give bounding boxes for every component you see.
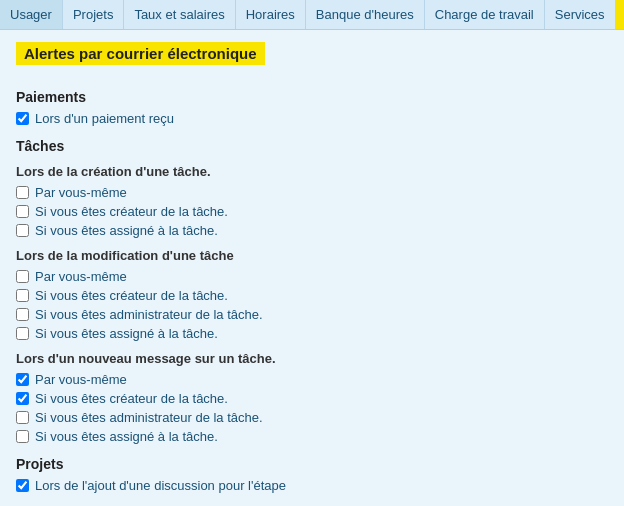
subsection-title-message-tache: Lors d'un nouveau message sur un tâche. bbox=[16, 351, 608, 366]
checkbox-creation-createur[interactable] bbox=[16, 205, 29, 218]
checkbox-msg-assigne[interactable] bbox=[16, 430, 29, 443]
sections-container: PaiementsLors d'un paiement reçuTâchesLo… bbox=[16, 89, 608, 493]
nav-item-horaires[interactable]: Horaires bbox=[236, 0, 306, 29]
checkbox-label-msg-assigne[interactable]: Si vous êtes assigné à la tâche. bbox=[35, 429, 218, 444]
checkbox-creation-assigne[interactable] bbox=[16, 224, 29, 237]
nav-item-notifications[interactable]: Notifications bbox=[616, 0, 624, 29]
checkbox-row-creation-par-vous: Par vous-même bbox=[16, 185, 608, 200]
subsection-title-creation-tache: Lors de la création d'une tâche. bbox=[16, 164, 608, 179]
section-title-taches: Tâches bbox=[16, 138, 608, 154]
section-taches: TâchesLors de la création d'une tâche.Pa… bbox=[16, 138, 608, 444]
checkbox-modif-admin[interactable] bbox=[16, 308, 29, 321]
checkbox-msg-par-vous[interactable] bbox=[16, 373, 29, 386]
checkbox-label-creation-par-vous[interactable]: Par vous-même bbox=[35, 185, 127, 200]
checkbox-label-creation-createur[interactable]: Si vous êtes créateur de la tâche. bbox=[35, 204, 228, 219]
checkbox-label-creation-assigne[interactable]: Si vous êtes assigné à la tâche. bbox=[35, 223, 218, 238]
checkbox-modif-assigne[interactable] bbox=[16, 327, 29, 340]
nav-item-usager[interactable]: Usager bbox=[0, 0, 63, 29]
nav-item-taux-salaires[interactable]: Taux et salaires bbox=[124, 0, 235, 29]
checkbox-label-msg-par-vous[interactable]: Par vous-même bbox=[35, 372, 127, 387]
checkbox-msg-createur[interactable] bbox=[16, 392, 29, 405]
checkbox-label-msg-createur[interactable]: Si vous êtes créateur de la tâche. bbox=[35, 391, 228, 406]
checkbox-row-modif-createur: Si vous êtes créateur de la tâche. bbox=[16, 288, 608, 303]
checkbox-label-paiement-recu[interactable]: Lors d'un paiement reçu bbox=[35, 111, 174, 126]
nav-item-charge-travail[interactable]: Charge de travail bbox=[425, 0, 545, 29]
checkbox-label-ajout-discussion[interactable]: Lors de l'ajout d'une discussion pour l'… bbox=[35, 478, 286, 493]
page-title: Alertes par courrier électronique bbox=[16, 42, 265, 65]
checkbox-label-modif-admin[interactable]: Si vous êtes administrateur de la tâche. bbox=[35, 307, 263, 322]
checkbox-row-modif-par-vous: Par vous-même bbox=[16, 269, 608, 284]
checkbox-row-msg-admin: Si vous êtes administrateur de la tâche. bbox=[16, 410, 608, 425]
nav-item-services[interactable]: Services bbox=[545, 0, 616, 29]
checkbox-modif-par-vous[interactable] bbox=[16, 270, 29, 283]
checkbox-creation-par-vous[interactable] bbox=[16, 186, 29, 199]
section-paiements: PaiementsLors d'un paiement reçu bbox=[16, 89, 608, 126]
checkbox-row-ajout-discussion: Lors de l'ajout d'une discussion pour l'… bbox=[16, 478, 608, 493]
section-projets: ProjetsLors de l'ajout d'une discussion … bbox=[16, 456, 608, 493]
checkbox-msg-admin[interactable] bbox=[16, 411, 29, 424]
checkbox-row-paiement-recu: Lors d'un paiement reçu bbox=[16, 111, 608, 126]
checkbox-row-creation-createur: Si vous êtes créateur de la tâche. bbox=[16, 204, 608, 219]
checkbox-label-modif-createur[interactable]: Si vous êtes créateur de la tâche. bbox=[35, 288, 228, 303]
checkbox-row-modif-assigne: Si vous êtes assigné à la tâche. bbox=[16, 326, 608, 341]
section-title-paiements: Paiements bbox=[16, 89, 608, 105]
checkbox-paiement-recu[interactable] bbox=[16, 112, 29, 125]
checkbox-modif-createur[interactable] bbox=[16, 289, 29, 302]
section-title-projets: Projets bbox=[16, 456, 608, 472]
nav-item-banque-heures[interactable]: Banque d'heures bbox=[306, 0, 425, 29]
checkbox-label-modif-par-vous[interactable]: Par vous-même bbox=[35, 269, 127, 284]
checkbox-label-modif-assigne[interactable]: Si vous êtes assigné à la tâche. bbox=[35, 326, 218, 341]
nav-item-projets[interactable]: Projets bbox=[63, 0, 124, 29]
subsection-title-modification-tache: Lors de la modification d'une tâche bbox=[16, 248, 608, 263]
checkbox-label-msg-admin[interactable]: Si vous êtes administrateur de la tâche. bbox=[35, 410, 263, 425]
checkbox-row-modif-admin: Si vous êtes administrateur de la tâche. bbox=[16, 307, 608, 322]
checkbox-row-msg-par-vous: Par vous-même bbox=[16, 372, 608, 387]
navbar: UsagerProjetsTaux et salairesHorairesBan… bbox=[0, 0, 624, 30]
main-content: Alertes par courrier électronique Paieme… bbox=[0, 30, 624, 506]
checkbox-row-msg-assigne: Si vous êtes assigné à la tâche. bbox=[16, 429, 608, 444]
checkbox-row-creation-assigne: Si vous êtes assigné à la tâche. bbox=[16, 223, 608, 238]
checkbox-ajout-discussion[interactable] bbox=[16, 479, 29, 492]
checkbox-row-msg-createur: Si vous êtes créateur de la tâche. bbox=[16, 391, 608, 406]
